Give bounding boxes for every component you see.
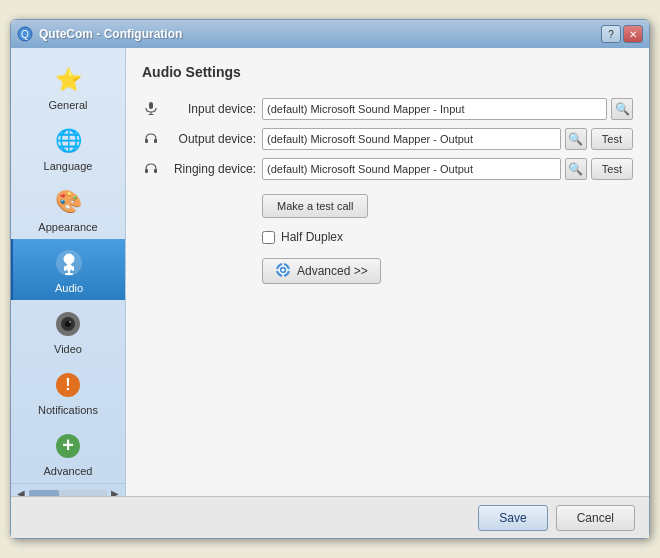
window-content: ⭐ General 🌐 Language 🎨 Appearance (11, 48, 649, 496)
svg-rect-17 (149, 102, 153, 109)
advanced-settings-icon (275, 262, 291, 281)
ringing-device-row: Ringing device: 🔍 Test (142, 158, 633, 180)
close-button[interactable]: ✕ (623, 25, 643, 43)
advanced-button-wrap: Advanced >> (262, 258, 633, 284)
sidebar-label-video: Video (54, 343, 82, 355)
sidebar-item-video[interactable]: Video (11, 300, 125, 361)
headphones-icon (142, 131, 160, 148)
window-title: QuteCom - Configuration (39, 27, 182, 41)
help-button[interactable]: ? (601, 25, 621, 43)
input-device-field[interactable] (262, 98, 607, 120)
sidebar-item-advanced[interactable]: + Advanced (11, 422, 125, 483)
make-test-call-row: Make a test call (262, 194, 633, 218)
advanced-button-label: Advanced >> (297, 264, 368, 278)
svg-rect-21 (154, 139, 157, 143)
ringing-device-wrap: 🔍 Test (262, 158, 633, 180)
title-buttons: ? ✕ (601, 25, 643, 43)
ringing-device-field[interactable] (262, 158, 561, 180)
svg-rect-4 (66, 264, 72, 271)
sidebar-label-advanced: Advanced (44, 465, 93, 477)
output-device-row: Output device: 🔍 Test (142, 128, 633, 150)
svg-point-12 (69, 321, 71, 323)
app-icon: Q (17, 26, 33, 42)
half-duplex-row: Half Duplex (262, 230, 633, 244)
sidebar-label-language: Language (44, 160, 93, 172)
microphone-icon (142, 101, 160, 118)
svg-rect-5 (64, 266, 66, 271)
panel-title: Audio Settings (142, 64, 633, 84)
sidebar-item-appearance[interactable]: 🎨 Appearance (11, 178, 125, 239)
globe-icon: 🌐 (52, 125, 84, 157)
sidebar-label-general: General (48, 99, 87, 111)
main-window: Q QuteCom - Configuration ? ✕ ⭐ General … (10, 19, 650, 539)
ringing-device-search-button[interactable]: 🔍 (565, 158, 587, 180)
scroll-right-arrow[interactable]: ▶ (111, 488, 119, 496)
svg-text:+: + (62, 434, 74, 456)
input-device-search-button[interactable]: 🔍 (611, 98, 633, 120)
svg-text:!: ! (65, 376, 70, 393)
audio-form-section: Input device: 🔍 Outpu (142, 98, 633, 180)
svg-rect-22 (145, 169, 148, 173)
advanced-button[interactable]: Advanced >> (262, 258, 381, 284)
video-icon (52, 308, 84, 340)
star-icon: ⭐ (52, 64, 84, 96)
svg-rect-18 (151, 112, 152, 114)
output-device-search-button[interactable]: 🔍 (565, 128, 587, 150)
sidebar-item-notifications[interactable]: ! Notifications (11, 361, 125, 422)
svg-point-26 (282, 268, 285, 271)
svg-rect-8 (65, 273, 73, 275)
output-test-button[interactable]: Test (591, 128, 633, 150)
title-bar: Q QuteCom - Configuration ? ✕ (11, 20, 649, 48)
input-device-row: Input device: 🔍 (142, 98, 633, 120)
input-device-label: Input device: (166, 102, 256, 116)
svg-text:Q: Q (21, 29, 29, 40)
scroll-left-arrow[interactable]: ◀ (17, 488, 25, 496)
sidebar-item-language[interactable]: 🌐 Language (11, 117, 125, 178)
output-device-field[interactable] (262, 128, 561, 150)
output-device-wrap: 🔍 Test (262, 128, 633, 150)
svg-point-3 (64, 254, 74, 264)
sidebar-label-appearance: Appearance (38, 221, 97, 233)
main-panel: Audio Settings Input device: (126, 48, 649, 496)
sidebar-item-audio[interactable]: Audio (11, 239, 125, 300)
title-bar-left: Q QuteCom - Configuration (17, 26, 182, 42)
sidebar-scrollbar: ◀ ▶ (11, 483, 125, 496)
plus-icon: + (52, 430, 84, 462)
half-duplex-checkbox[interactable] (262, 231, 275, 244)
svg-rect-6 (72, 266, 74, 271)
save-button[interactable]: Save (478, 505, 547, 531)
notification-icon: ! (52, 369, 84, 401)
sidebar-item-general[interactable]: ⭐ General (11, 56, 125, 117)
input-device-wrap: 🔍 (262, 98, 633, 120)
palette-icon: 🎨 (52, 186, 84, 218)
svg-rect-20 (145, 139, 148, 143)
ringing-device-label: Ringing device: (166, 162, 256, 176)
ringing-headphones-icon (142, 161, 160, 178)
scroll-track[interactable] (29, 490, 107, 497)
half-duplex-label: Half Duplex (281, 230, 343, 244)
scroll-thumb (29, 490, 59, 497)
sidebar: ⭐ General 🌐 Language 🎨 Appearance (11, 48, 126, 496)
sidebar-label-notifications: Notifications (38, 404, 98, 416)
audio-icon (53, 247, 85, 279)
make-test-call-button[interactable]: Make a test call (262, 194, 368, 218)
svg-rect-23 (154, 169, 157, 173)
output-device-label: Output device: (166, 132, 256, 146)
window-footer: Save Cancel (11, 496, 649, 538)
cancel-button[interactable]: Cancel (556, 505, 635, 531)
svg-rect-19 (149, 114, 154, 115)
sidebar-label-audio: Audio (55, 282, 83, 294)
ringing-test-button[interactable]: Test (591, 158, 633, 180)
